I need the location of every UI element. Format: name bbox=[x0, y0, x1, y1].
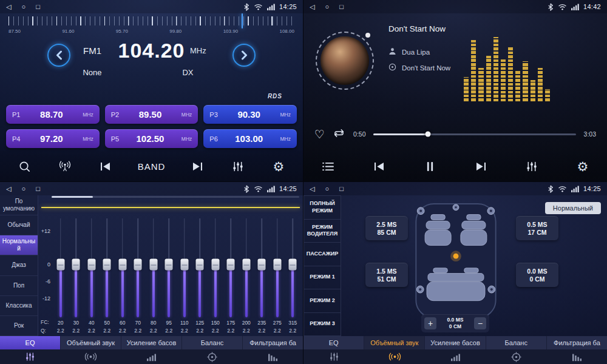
eq-slider-knob[interactable] bbox=[273, 259, 281, 271]
eq-band-slider[interactable] bbox=[53, 217, 69, 318]
delay-decrease-button[interactable]: − bbox=[474, 317, 486, 329]
eq-slider-knob[interactable] bbox=[258, 259, 266, 271]
eq-preset-normal[interactable]: Нормальный bbox=[0, 235, 38, 255]
eq-band-slider[interactable] bbox=[192, 217, 208, 318]
preset-p5[interactable]: P5102.50MHz bbox=[105, 129, 198, 148]
tab-balance[interactable]: Баланс bbox=[486, 336, 547, 349]
nav-home-icon[interactable]: ○ bbox=[21, 3, 25, 11]
eq-preset-custom[interactable]: Обычай bbox=[0, 215, 38, 235]
eq-sliders-icon[interactable] bbox=[0, 352, 61, 362]
eq-band-slider[interactable] bbox=[115, 217, 131, 318]
eq-sliders-icon[interactable] bbox=[304, 352, 364, 362]
balance-icon[interactable] bbox=[486, 352, 546, 362]
favorite-heart-icon[interactable]: ♡ bbox=[314, 129, 325, 140]
delay-front-right[interactable]: 0.5 MS 17 CM bbox=[516, 216, 558, 240]
eq-band-slider[interactable] bbox=[270, 217, 285, 318]
filter-icon[interactable] bbox=[242, 352, 303, 362]
sound-profile-button[interactable]: Нормальный bbox=[545, 202, 601, 214]
eq-band-slider[interactable] bbox=[239, 217, 254, 318]
eq-preset-classic[interactable]: Классика bbox=[0, 296, 38, 316]
nav-back-icon[interactable]: ◁ bbox=[310, 185, 314, 193]
tab-balance[interactable]: Баланс bbox=[182, 336, 243, 349]
eq-preset-pop[interactable]: Поп bbox=[0, 276, 38, 296]
nav-home-icon[interactable]: ○ bbox=[21, 185, 25, 193]
eq-band-slider[interactable] bbox=[146, 217, 161, 318]
next-track-button[interactable] bbox=[473, 162, 489, 171]
eq-band-slider[interactable] bbox=[177, 217, 192, 318]
nav-back-icon[interactable]: ◁ bbox=[6, 185, 11, 193]
mode-full[interactable]: ПОЛНЫЙ РЕЖИМ bbox=[304, 195, 341, 220]
eq-band-slider[interactable] bbox=[84, 217, 100, 318]
eq-slider-knob[interactable] bbox=[87, 259, 95, 271]
tab-bass-boost[interactable]: Усиление басов bbox=[425, 336, 486, 349]
nav-recents-icon[interactable]: □ bbox=[339, 185, 344, 193]
repeat-icon[interactable] bbox=[333, 128, 345, 141]
tab-eq[interactable]: EQ bbox=[304, 336, 364, 349]
eq-band-slider[interactable] bbox=[100, 217, 115, 318]
playlist-icon[interactable] bbox=[320, 161, 336, 172]
settings-gear-icon[interactable]: ⚙ bbox=[575, 160, 591, 173]
eq-horizontal-scrollbar[interactable] bbox=[52, 196, 299, 198]
eq-slider-knob[interactable] bbox=[134, 259, 142, 271]
tab-filter[interactable]: Фильтрация ба bbox=[243, 336, 303, 349]
tab-surround[interactable]: Объёмный звук bbox=[364, 336, 425, 349]
delay-rear-right[interactable]: 0.0 MS 0 CM bbox=[516, 263, 558, 287]
eq-band-slider[interactable] bbox=[208, 217, 223, 318]
eq-slider-knob[interactable] bbox=[289, 259, 297, 271]
eq-slider-knob[interactable] bbox=[165, 259, 173, 271]
preset-p6[interactable]: P6103.00MHz bbox=[203, 129, 297, 148]
tab-eq[interactable]: EQ bbox=[0, 336, 61, 349]
nav-home-icon[interactable]: ○ bbox=[325, 185, 329, 193]
nav-back-icon[interactable]: ◁ bbox=[6, 3, 11, 11]
mode-2[interactable]: РЕЖИМ 2 bbox=[304, 289, 341, 313]
eq-band-slider[interactable] bbox=[223, 217, 239, 318]
eq-slider-knob[interactable] bbox=[227, 259, 235, 271]
eq-band-slider[interactable] bbox=[285, 217, 301, 318]
eq-slider-knob[interactable] bbox=[149, 259, 157, 271]
eq-band-slider[interactable] bbox=[254, 217, 270, 318]
preset-p4[interactable]: P497.20MHz bbox=[6, 129, 100, 148]
tab-filter[interactable]: Фильтрация ба bbox=[547, 336, 607, 349]
tune-down-button[interactable] bbox=[47, 44, 70, 67]
eq-preset-jazz[interactable]: Джаз bbox=[0, 255, 38, 275]
settings-gear-icon[interactable]: ⚙ bbox=[271, 160, 287, 173]
preset-p2[interactable]: P289.50MHz bbox=[105, 105, 198, 124]
delay-increase-button[interactable]: + bbox=[424, 317, 436, 329]
eq-slider-knob[interactable] bbox=[103, 259, 111, 271]
eq-slider-knob[interactable] bbox=[72, 259, 80, 271]
mode-driver[interactable]: РЕЖИМ ВОДИТЕЛЯ bbox=[304, 220, 341, 243]
tune-up-button[interactable] bbox=[232, 44, 256, 67]
surround-icon[interactable] bbox=[364, 352, 425, 361]
bass-boost-icon[interactable] bbox=[121, 352, 182, 362]
nav-recents-icon[interactable]: □ bbox=[36, 3, 40, 11]
nav-recents-icon[interactable]: □ bbox=[339, 3, 344, 11]
delay-front-left[interactable]: 2.5 MS 85 CM bbox=[365, 216, 408, 240]
eq-band-slider[interactable] bbox=[69, 217, 84, 318]
nav-back-icon[interactable]: ◁ bbox=[310, 3, 314, 11]
bass-boost-icon[interactable] bbox=[425, 352, 486, 362]
eq-slider-knob[interactable] bbox=[196, 259, 204, 271]
eq-slider-knob[interactable] bbox=[211, 259, 219, 271]
eq-band-slider[interactable] bbox=[131, 217, 146, 318]
eq-slider-knob[interactable] bbox=[56, 259, 64, 271]
preset-p1[interactable]: P188.70MHz bbox=[6, 105, 100, 124]
eq-slider-knob[interactable] bbox=[118, 259, 126, 271]
nav-home-icon[interactable]: ○ bbox=[325, 3, 329, 11]
eq-slider-knob[interactable] bbox=[180, 259, 188, 271]
previous-track-button[interactable] bbox=[371, 162, 387, 171]
frequency-pointer[interactable] bbox=[242, 13, 243, 29]
seek-scan-button[interactable] bbox=[16, 160, 32, 173]
band-button[interactable]: BAND bbox=[138, 161, 166, 172]
filter-icon[interactable] bbox=[546, 352, 607, 362]
eq-sliders-icon[interactable] bbox=[230, 161, 246, 172]
eq-band-slider[interactable] bbox=[161, 217, 177, 318]
next-station-button[interactable] bbox=[190, 162, 206, 171]
frequency-ruler[interactable]: 87.50 91.60 95.70 99.80 103.90 108.00 bbox=[8, 16, 294, 37]
eq-preset-rock[interactable]: Рок bbox=[0, 316, 38, 336]
mode-1[interactable]: РЕЖИМ 1 bbox=[304, 266, 341, 290]
balance-icon[interactable] bbox=[181, 352, 242, 362]
pause-button[interactable] bbox=[422, 161, 438, 172]
eq-slider-knob[interactable] bbox=[242, 259, 250, 271]
delay-rear-left[interactable]: 1.5 MS 51 CM bbox=[365, 263, 408, 287]
surround-icon[interactable] bbox=[61, 352, 121, 361]
